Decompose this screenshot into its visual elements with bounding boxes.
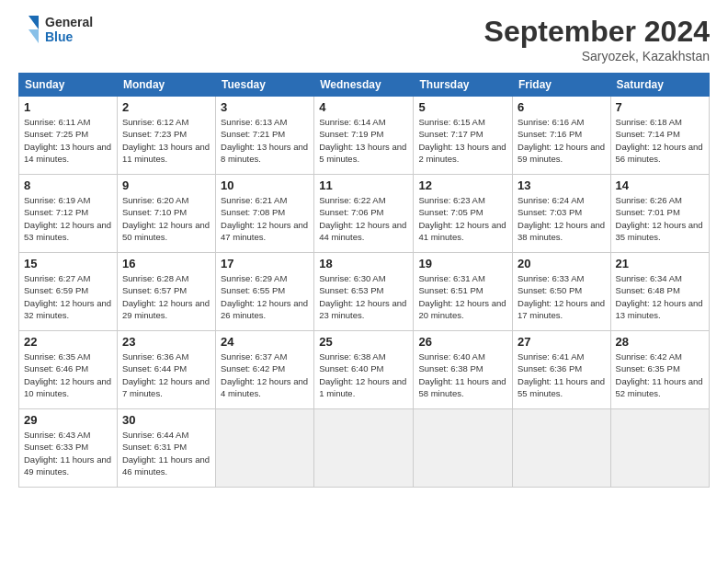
day-info: Sunrise: 6:31 AM Sunset: 6:51 PM Dayligh… [418, 272, 507, 321]
calendar-cell [610, 409, 709, 488]
col-wednesday: Wednesday [314, 74, 414, 97]
day-number: 23 [122, 335, 210, 349]
day-info: Sunrise: 6:33 AM Sunset: 6:50 PM Dayligh… [518, 272, 606, 321]
day-number: 5 [418, 100, 507, 114]
calendar-cell: 22 Sunrise: 6:35 AM Sunset: 6:46 PM Dayl… [19, 331, 118, 409]
calendar-cell: 2 Sunrise: 6:12 AM Sunset: 7:23 PM Dayli… [117, 97, 215, 175]
day-number: 13 [518, 178, 606, 192]
day-number: 6 [518, 100, 606, 114]
day-info: Sunrise: 6:42 AM Sunset: 6:35 PM Dayligh… [616, 350, 704, 399]
day-number: 2 [122, 100, 210, 114]
day-info: Sunrise: 6:22 AM Sunset: 7:06 PM Dayligh… [319, 194, 408, 243]
calendar-cell: 7 Sunrise: 6:18 AM Sunset: 7:14 PM Dayli… [610, 97, 709, 175]
calendar-cell: 3 Sunrise: 6:13 AM Sunset: 7:21 PM Dayli… [216, 97, 314, 175]
day-number: 22 [24, 335, 112, 349]
day-info: Sunrise: 6:13 AM Sunset: 7:21 PM Dayligh… [221, 116, 309, 165]
calendar-cell: 15 Sunrise: 6:27 AM Sunset: 6:59 PM Dayl… [19, 253, 118, 331]
day-info: Sunrise: 6:35 AM Sunset: 6:46 PM Dayligh… [24, 350, 112, 399]
calendar-cell: 27 Sunrise: 6:41 AM Sunset: 6:36 PM Dayl… [513, 331, 611, 409]
day-info: Sunrise: 6:34 AM Sunset: 6:48 PM Dayligh… [616, 272, 704, 321]
calendar-week-row: 15 Sunrise: 6:27 AM Sunset: 6:59 PM Dayl… [19, 253, 710, 331]
col-thursday: Thursday [414, 74, 513, 97]
calendar-cell: 26 Sunrise: 6:40 AM Sunset: 6:38 PM Dayl… [414, 331, 513, 409]
logo-blue: Blue [45, 29, 93, 44]
day-number: 29 [24, 413, 112, 427]
day-info: Sunrise: 6:12 AM Sunset: 7:23 PM Dayligh… [122, 116, 210, 165]
day-info: Sunrise: 6:14 AM Sunset: 7:19 PM Dayligh… [319, 116, 408, 165]
location-subtitle: Saryozek, Kazakhstan [484, 49, 710, 63]
calendar-cell: 24 Sunrise: 6:37 AM Sunset: 6:42 PM Dayl… [216, 331, 314, 409]
day-info: Sunrise: 6:18 AM Sunset: 7:14 PM Dayligh… [616, 116, 704, 165]
day-info: Sunrise: 6:40 AM Sunset: 6:38 PM Dayligh… [418, 350, 507, 399]
calendar-cell: 6 Sunrise: 6:16 AM Sunset: 7:16 PM Dayli… [513, 97, 611, 175]
day-info: Sunrise: 6:21 AM Sunset: 7:08 PM Dayligh… [221, 194, 309, 243]
day-info: Sunrise: 6:11 AM Sunset: 7:25 PM Dayligh… [24, 116, 112, 165]
calendar-cell: 23 Sunrise: 6:36 AM Sunset: 6:44 PM Dayl… [117, 331, 215, 409]
calendar-cell [513, 409, 611, 488]
calendar-cell: 29 Sunrise: 6:43 AM Sunset: 6:33 PM Dayl… [19, 409, 118, 488]
day-number: 25 [319, 335, 408, 349]
calendar-cell: 30 Sunrise: 6:44 AM Sunset: 6:31 PM Dayl… [117, 409, 215, 488]
calendar-cell: 10 Sunrise: 6:21 AM Sunset: 7:08 PM Dayl… [216, 175, 314, 253]
svg-marker-1 [28, 29, 39, 43]
day-number: 10 [221, 178, 309, 192]
day-number: 16 [122, 257, 210, 270]
day-number: 9 [122, 178, 210, 192]
day-info: Sunrise: 6:30 AM Sunset: 6:53 PM Dayligh… [319, 272, 408, 321]
day-info: Sunrise: 6:16 AM Sunset: 7:16 PM Dayligh… [518, 116, 606, 165]
col-tuesday: Tuesday [216, 74, 314, 97]
calendar-cell: 20 Sunrise: 6:33 AM Sunset: 6:50 PM Dayl… [513, 253, 611, 331]
day-info: Sunrise: 6:23 AM Sunset: 7:05 PM Dayligh… [418, 194, 507, 243]
calendar-cell: 16 Sunrise: 6:28 AM Sunset: 6:57 PM Dayl… [117, 253, 215, 331]
calendar-cell: 8 Sunrise: 6:19 AM Sunset: 7:12 PM Dayli… [19, 175, 118, 253]
calendar-cell: 4 Sunrise: 6:14 AM Sunset: 7:19 PM Dayli… [314, 97, 414, 175]
calendar-cell: 19 Sunrise: 6:31 AM Sunset: 6:51 PM Dayl… [414, 253, 513, 331]
calendar-cell [314, 409, 414, 488]
col-monday: Monday [117, 74, 215, 97]
calendar-cell: 17 Sunrise: 6:29 AM Sunset: 6:55 PM Dayl… [216, 253, 314, 331]
day-number: 30 [122, 413, 210, 427]
col-saturday: Saturday [610, 74, 709, 97]
logo-general: General [45, 15, 93, 29]
day-number: 24 [221, 335, 309, 349]
day-number: 14 [616, 178, 704, 192]
calendar-cell [414, 409, 513, 488]
day-info: Sunrise: 6:37 AM Sunset: 6:42 PM Dayligh… [221, 350, 309, 399]
day-info: Sunrise: 6:41 AM Sunset: 6:36 PM Dayligh… [518, 350, 606, 399]
calendar-cell: 21 Sunrise: 6:34 AM Sunset: 6:48 PM Dayl… [610, 253, 709, 331]
day-info: Sunrise: 6:43 AM Sunset: 6:33 PM Dayligh… [24, 429, 112, 477]
day-info: Sunrise: 6:26 AM Sunset: 7:01 PM Dayligh… [616, 194, 704, 243]
calendar-header-row: Sunday Monday Tuesday Wednesday Thursday… [19, 74, 710, 97]
day-number: 26 [418, 335, 507, 349]
day-number: 3 [221, 100, 309, 114]
logo-icon [18, 16, 39, 43]
calendar-cell: 25 Sunrise: 6:38 AM Sunset: 6:40 PM Dayl… [314, 331, 414, 409]
calendar-cell: 11 Sunrise: 6:22 AM Sunset: 7:06 PM Dayl… [314, 175, 414, 253]
day-info: Sunrise: 6:38 AM Sunset: 6:40 PM Dayligh… [319, 350, 408, 399]
calendar-cell [216, 409, 314, 488]
day-number: 4 [319, 100, 408, 114]
calendar-week-row: 8 Sunrise: 6:19 AM Sunset: 7:12 PM Dayli… [19, 175, 710, 253]
day-info: Sunrise: 6:24 AM Sunset: 7:03 PM Dayligh… [518, 194, 606, 243]
day-info: Sunrise: 6:20 AM Sunset: 7:10 PM Dayligh… [122, 194, 210, 243]
day-info: Sunrise: 6:27 AM Sunset: 6:59 PM Dayligh… [24, 272, 112, 321]
day-number: 11 [319, 178, 408, 192]
month-title: September 2024 [484, 15, 710, 49]
day-number: 17 [221, 257, 309, 270]
day-number: 21 [616, 257, 704, 270]
calendar-cell: 1 Sunrise: 6:11 AM Sunset: 7:25 PM Dayli… [19, 97, 118, 175]
calendar-cell: 13 Sunrise: 6:24 AM Sunset: 7:03 PM Dayl… [513, 175, 611, 253]
calendar-cell: 5 Sunrise: 6:15 AM Sunset: 7:17 PM Dayli… [414, 97, 513, 175]
page: General Blue September 2024 Saryozek, Ka… [0, 0, 728, 563]
logo: General Blue [18, 15, 93, 44]
calendar-cell: 12 Sunrise: 6:23 AM Sunset: 7:05 PM Dayl… [414, 175, 513, 253]
calendar-cell: 28 Sunrise: 6:42 AM Sunset: 6:35 PM Dayl… [610, 331, 709, 409]
day-info: Sunrise: 6:44 AM Sunset: 6:31 PM Dayligh… [122, 429, 210, 477]
day-number: 1 [24, 100, 112, 114]
day-info: Sunrise: 6:28 AM Sunset: 6:57 PM Dayligh… [122, 272, 210, 321]
calendar-cell: 18 Sunrise: 6:30 AM Sunset: 6:53 PM Dayl… [314, 253, 414, 331]
day-number: 12 [418, 178, 507, 192]
day-info: Sunrise: 6:36 AM Sunset: 6:44 PM Dayligh… [122, 350, 210, 399]
calendar-table: Sunday Monday Tuesday Wednesday Thursday… [18, 73, 710, 488]
header: General Blue September 2024 Saryozek, Ka… [18, 15, 710, 63]
